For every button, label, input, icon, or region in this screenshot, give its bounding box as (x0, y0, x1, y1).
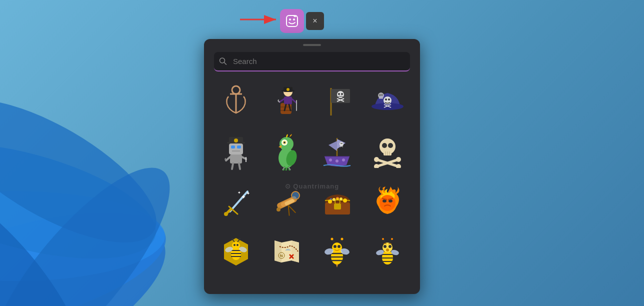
sticker-treasure-chest[interactable] (313, 178, 361, 226)
sticker-bee-surprised[interactable] (364, 228, 412, 276)
sticker-parrot[interactable] (262, 128, 310, 176)
svg-line-28 (292, 99, 296, 103)
svg-rect-9 (286, 16, 298, 26)
sword-icon: ✦ ✦ ✦ (220, 184, 252, 219)
svg-point-143 (334, 245, 336, 248)
pirate-flag-icon (321, 83, 354, 120)
svg-point-111 (332, 198, 336, 201)
svg-point-115 (380, 195, 396, 211)
svg-point-40 (388, 98, 390, 100)
svg-point-156 (384, 245, 386, 248)
svg-point-125 (232, 242, 240, 250)
svg-point-14 (232, 86, 240, 94)
svg-line-55 (239, 164, 240, 169)
parrot-icon (270, 133, 303, 170)
bee-surprised-icon (372, 236, 404, 268)
search-container (214, 52, 410, 72)
svg-line-159 (384, 240, 386, 243)
treasure-chest-icon (321, 186, 354, 218)
svg-point-45 (382, 94, 383, 96)
svg-point-89 (396, 164, 401, 168)
sticker-pirate-ship[interactable] (313, 128, 361, 176)
close-button[interactable]: × (306, 12, 324, 30)
svg-point-162 (391, 238, 393, 240)
svg-point-11 (293, 18, 295, 20)
svg-point-146 (330, 238, 333, 240)
pirate-hat-icon (370, 86, 405, 118)
pirate-ship-icon (320, 134, 354, 169)
svg-line-161 (390, 240, 392, 243)
map-icon: N (270, 236, 303, 266)
svg-line-54 (232, 164, 233, 169)
close-icon: × (312, 16, 317, 26)
svg-point-131 (238, 238, 240, 240)
bee2-icon (321, 236, 354, 268)
sticker-bee-badge[interactable] (212, 228, 260, 276)
sticker-pirate-robot[interactable] (212, 128, 260, 176)
svg-point-34 (341, 93, 343, 95)
svg-point-86 (374, 157, 379, 162)
svg-point-102 (276, 208, 280, 212)
svg-point-160 (382, 238, 384, 240)
svg-line-13 (224, 62, 226, 64)
anchor-icon (221, 84, 251, 119)
svg-text:N: N (280, 254, 283, 258)
svg-point-142 (332, 242, 342, 252)
svg-point-39 (385, 98, 387, 100)
drag-handle[interactable] (303, 44, 321, 46)
svg-line-27 (280, 99, 284, 102)
svg-line-56 (226, 157, 230, 160)
sticker-skull-crossbones[interactable] (364, 128, 412, 176)
svg-point-87 (396, 157, 401, 162)
sticker-bee2[interactable] (313, 228, 361, 276)
svg-line-103 (285, 205, 292, 216)
sticker-sword[interactable]: ✦ ✦ ✦ (212, 178, 260, 226)
search-icon (219, 57, 227, 66)
svg-point-157 (388, 245, 392, 248)
svg-point-79 (388, 143, 393, 148)
sticker-icon (285, 14, 299, 28)
pirate-captain-icon (270, 83, 303, 120)
svg-point-23 (286, 88, 290, 91)
sticker-picker-button[interactable] (280, 9, 304, 33)
sticker-map[interactable]: N (262, 228, 310, 276)
svg-point-93 (224, 212, 228, 216)
svg-point-10 (289, 18, 291, 20)
bee-badge-icon (220, 236, 252, 268)
svg-point-70 (342, 143, 342, 144)
top-buttons-container: × (280, 9, 324, 33)
svg-point-44 (380, 94, 381, 96)
svg-line-145 (332, 240, 335, 243)
sticker-panel: ⊙ Quantrimang (204, 39, 420, 294)
sticker-anchor[interactable] (212, 78, 260, 126)
svg-text:✦: ✦ (238, 190, 241, 195)
svg-point-88 (374, 164, 379, 168)
svg-point-78 (382, 143, 387, 148)
sticker-pirate-hat[interactable] (364, 78, 412, 126)
svg-line-147 (339, 240, 342, 243)
skull-crossbones-icon (372, 136, 404, 168)
svg-point-148 (340, 238, 343, 240)
sticker-fire-face[interactable] (364, 178, 412, 226)
sticker-pirate-flag[interactable] (313, 78, 361, 126)
svg-rect-50 (231, 146, 235, 148)
svg-point-74 (329, 158, 332, 162)
svg-point-109 (343, 198, 347, 202)
svg-rect-51 (237, 146, 241, 148)
sticker-grid: ⊙ Quantrimang (204, 78, 420, 294)
svg-rect-49 (229, 144, 243, 154)
svg-point-48 (234, 138, 238, 142)
svg-point-108 (328, 200, 332, 204)
svg-point-144 (338, 245, 340, 248)
svg-rect-53 (230, 154, 242, 164)
svg-rect-24 (284, 96, 292, 104)
sticker-pirate-captain[interactable] (262, 78, 310, 126)
svg-text:✦: ✦ (246, 190, 250, 196)
telescope-icon (270, 186, 303, 218)
sticker-telescope[interactable] (262, 178, 310, 226)
svg-point-127 (236, 244, 238, 246)
search-input[interactable] (214, 52, 410, 72)
svg-point-63 (284, 142, 286, 144)
svg-point-33 (338, 93, 340, 95)
svg-point-129 (232, 238, 234, 240)
